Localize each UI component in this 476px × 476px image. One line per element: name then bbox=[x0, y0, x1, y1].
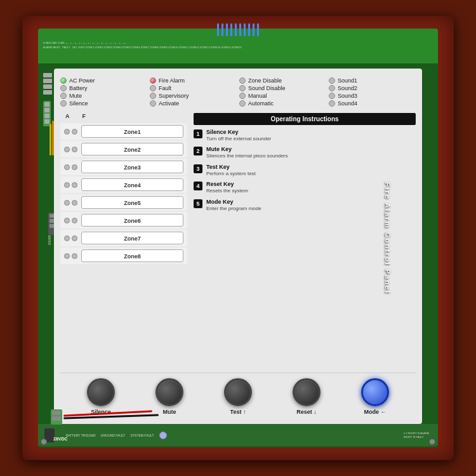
instr-num-4: 4 bbox=[194, 182, 202, 190]
zone-button-6[interactable]: Zone6 bbox=[81, 214, 183, 227]
zone-button-1[interactable]: Zone1 bbox=[81, 125, 183, 138]
led-silence bbox=[60, 100, 67, 107]
label-sound3: Sound3 bbox=[338, 93, 357, 99]
instr-desc-1: Turn off the external sounder bbox=[206, 136, 271, 142]
led-ac-power bbox=[60, 77, 67, 84]
instr-num-5: 5 bbox=[194, 199, 202, 208]
voltage-label: 28VDC bbox=[53, 437, 68, 441]
zone-fault-led-7 bbox=[72, 235, 77, 241]
zone-button-7[interactable]: Zone7 bbox=[81, 232, 183, 244]
mute-label: Mute bbox=[163, 409, 176, 415]
zone-fault-led-4 bbox=[72, 182, 77, 188]
zone-button-5[interactable]: Zone5 bbox=[81, 196, 183, 209]
instructions-panel: Operating Instructions 1 Silence Key Tur… bbox=[194, 113, 416, 366]
zone-alarm-led-1 bbox=[64, 129, 70, 135]
instr-text-4: Reset Key Resets the system bbox=[206, 181, 248, 194]
led-automatic bbox=[239, 100, 246, 107]
status-manual: Manual bbox=[239, 93, 326, 99]
zone-row-5: Zone5 bbox=[60, 194, 187, 211]
silence-button[interactable] bbox=[87, 378, 115, 406]
status-sound1: Sound1 bbox=[329, 77, 416, 84]
led-manual bbox=[239, 93, 246, 99]
bottom-label-ground-fault: GROUND FAULT bbox=[101, 433, 126, 437]
outer-case: C NO C NO C NO + - + - + - + - + - + - +… bbox=[22, 16, 454, 460]
test-label: Test ↑ bbox=[230, 409, 246, 415]
mode-button[interactable] bbox=[361, 378, 389, 406]
blue-pin bbox=[248, 23, 250, 36]
blue-pins-row bbox=[217, 23, 259, 36]
status-sound4: Sound4 bbox=[329, 100, 416, 107]
status-silence: Silence bbox=[60, 100, 147, 107]
blue-pin bbox=[221, 23, 223, 36]
instr-desc-4: Resets the system bbox=[206, 188, 248, 194]
led-mute bbox=[60, 93, 67, 99]
zone-fault-led-6 bbox=[72, 218, 77, 223]
instruction-3: 3 Test Key Perform a system test bbox=[194, 164, 416, 177]
blue-pin bbox=[244, 23, 246, 36]
zone-leds-8 bbox=[64, 253, 77, 259]
led-sound4 bbox=[329, 100, 335, 107]
instr-desc-5: Enter the program mode bbox=[206, 206, 261, 212]
instr-text-3: Test Key Perform a system test bbox=[206, 164, 256, 177]
zone-row-4: Zone4 bbox=[60, 176, 187, 193]
status-sound-disable: Sound Disable bbox=[239, 85, 326, 91]
btn-group-mute: Mute bbox=[155, 378, 183, 415]
reset-button[interactable] bbox=[293, 378, 321, 406]
terminal-strip: C NO C NO C NO + - + - + - + - + - + - +… bbox=[38, 29, 438, 63]
bottom-strip: BATTERY TRIGGER GROUND FAULT SYSTEM FAUL… bbox=[38, 424, 438, 446]
zone-button-4[interactable]: Zone4 bbox=[81, 178, 183, 191]
status-activate: Activate bbox=[150, 100, 237, 107]
status-indicators: AC Power Fire Alarm Zone Disable Sound1 … bbox=[60, 75, 416, 109]
blue-pin bbox=[230, 23, 232, 36]
zone-fault-led-3 bbox=[72, 164, 77, 170]
label-automatic: Automatic bbox=[248, 100, 274, 107]
instruction-1: 1 Silence Key Turn off the external soun… bbox=[194, 129, 416, 142]
label-sound2: Sound2 bbox=[338, 85, 357, 91]
zone-fault-led-5 bbox=[72, 200, 77, 206]
instr-num-1: 1 bbox=[194, 129, 202, 138]
zone-fault-led-2 bbox=[72, 147, 77, 152]
zone-row-6: Zone6 bbox=[60, 212, 187, 228]
status-fault: Fault bbox=[150, 85, 237, 91]
status-sound2: Sound2 bbox=[329, 85, 416, 91]
zone-button-8[interactable]: Zone8 bbox=[81, 249, 183, 262]
content-area: A F Zone1 bbox=[60, 113, 416, 366]
zone-row-1: Zone1 bbox=[60, 123, 187, 140]
btn-group-test: Test ↑ bbox=[224, 378, 252, 415]
status-battery: Battery bbox=[60, 85, 147, 91]
blue-pin bbox=[257, 23, 259, 36]
mute-button[interactable] bbox=[155, 378, 183, 406]
zone-row-2: Zone2 bbox=[60, 141, 187, 157]
instr-desc-2: Silences the internal piezo sounders bbox=[206, 153, 288, 159]
bottom-label-system-fault: SYSTEM FAULT bbox=[130, 433, 154, 437]
zone-header: A F bbox=[60, 113, 187, 119]
zone-button-3[interactable]: Zone3 bbox=[81, 161, 183, 173]
test-button[interactable] bbox=[224, 378, 252, 406]
yellow-wire-1 bbox=[50, 124, 51, 155]
label-activate: Activate bbox=[159, 100, 179, 107]
zone-leds-5 bbox=[64, 200, 77, 206]
bottom-led-indicator bbox=[159, 432, 167, 439]
blue-pin bbox=[226, 23, 228, 36]
instr-desc-3: Perform a system test bbox=[206, 171, 256, 177]
zone-header-alarm: A bbox=[65, 113, 70, 119]
label-silence: Silence bbox=[69, 100, 88, 107]
label-fire-alarm: Fire Alarm bbox=[159, 77, 185, 84]
status-ac-power: AC Power bbox=[60, 77, 147, 84]
instr-text-1: Silence Key Turn off the external sounde… bbox=[206, 129, 271, 142]
label-sound4: Sound4 bbox=[338, 100, 357, 107]
rs485-label: RS485 bbox=[48, 235, 51, 244]
zone-row-3: Zone3 bbox=[60, 159, 187, 175]
zone-alarm-led-3 bbox=[64, 164, 70, 170]
zone-button-2[interactable]: Zone2 bbox=[81, 143, 183, 155]
instr-num-2: 2 bbox=[194, 147, 202, 155]
instr-text-5: Mode Key Enter the program mode bbox=[206, 199, 261, 212]
zone-alarm-led-5 bbox=[64, 200, 70, 206]
instr-key-1: Silence Key bbox=[206, 129, 271, 135]
led-zone-disable bbox=[239, 77, 246, 84]
status-sound3: Sound3 bbox=[329, 93, 416, 99]
zone-alarm-led-7 bbox=[64, 235, 70, 241]
label-battery: Battery bbox=[69, 85, 88, 91]
led-sound3 bbox=[329, 93, 335, 99]
instr-key-4: Reset Key bbox=[206, 181, 248, 187]
